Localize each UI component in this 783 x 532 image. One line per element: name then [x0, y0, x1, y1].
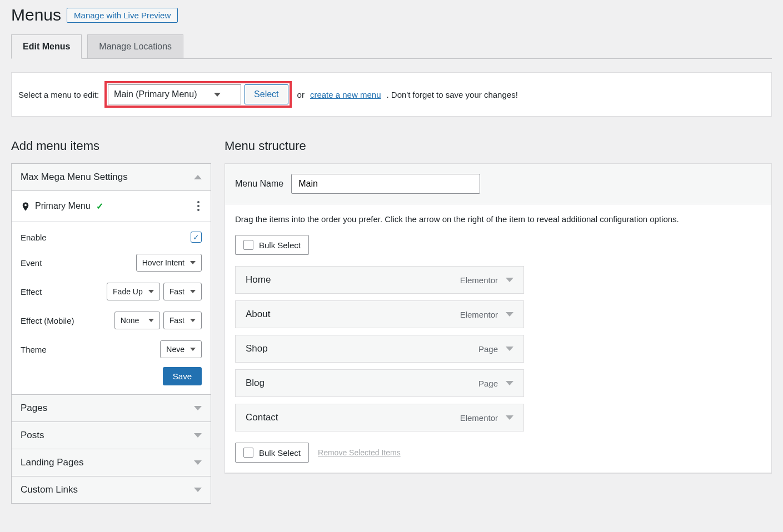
caret-down-icon[interactable]: [506, 278, 513, 282]
caret-down-icon: [194, 488, 202, 492]
menu-item[interactable]: About Elementor: [235, 300, 524, 328]
theme-value: Neve: [166, 345, 184, 354]
effect-speed-value: Fast: [169, 287, 184, 296]
mega-menu-settings-label: Max Mega Menu Settings: [21, 172, 128, 183]
effect-value: Fade Up: [113, 287, 143, 296]
menu-item-type: Page: [478, 379, 498, 388]
caret-down-icon[interactable]: [506, 347, 513, 351]
menu-select-bar: Select a menu to edit: Main (Primary Men…: [11, 72, 772, 117]
check-icon: ✓: [96, 201, 103, 212]
tab-manage-locations[interactable]: Manage Locations: [87, 34, 183, 58]
caret-up-icon: [194, 175, 202, 179]
page-title: Menus: [11, 6, 61, 24]
mega-menu-settings-panel: Max Mega Menu Settings Primary Menu ✓: [11, 163, 211, 395]
event-label: Event: [21, 258, 42, 268]
caret-down-icon[interactable]: [506, 415, 513, 420]
highlight-box: Main (Primary Menu) Select: [104, 81, 291, 108]
bulk-select-top-button[interactable]: Bulk Select: [235, 235, 309, 255]
or-text: or: [297, 90, 305, 99]
select-bar-suffix: . Don't forget to save your changes!: [386, 90, 517, 99]
custom-links-label: Custom Links: [21, 484, 78, 495]
caret-down-icon[interactable]: [506, 312, 513, 317]
menu-item-title: About: [246, 309, 270, 320]
menu-select-value: Main (Primary Menu): [114, 89, 197, 99]
menu-item-title: Contact: [246, 412, 278, 423]
menu-item-type: Page: [478, 344, 498, 354]
effect-select[interactable]: Fade Up: [107, 283, 160, 300]
posts-panel-header[interactable]: Posts: [12, 422, 211, 449]
kebab-menu-icon[interactable]: [195, 199, 202, 213]
pages-panel-header[interactable]: Pages: [12, 395, 211, 421]
landing-pages-panel-header[interactable]: Landing Pages: [12, 449, 211, 476]
select-button[interactable]: Select: [245, 84, 288, 104]
menu-item-type: Elementor: [460, 275, 498, 285]
tab-edit-menus[interactable]: Edit Menus: [11, 34, 82, 59]
menu-items-list: Home Elementor About Elementor: [235, 266, 761, 431]
effect-mobile-label: Effect (Mobile): [21, 316, 74, 325]
enable-label: Enable: [21, 233, 47, 242]
chevron-down-icon: [190, 319, 196, 322]
save-button[interactable]: Save: [163, 367, 202, 385]
effect-mobile-value: None: [121, 316, 139, 325]
menu-item-title: Home: [246, 274, 271, 285]
primary-menu-label: Primary Menu: [35, 201, 91, 211]
tab-bar: Edit Menus Manage Locations: [11, 34, 772, 59]
caret-down-icon: [194, 406, 202, 410]
menu-item[interactable]: Home Elementor: [235, 266, 524, 294]
menu-item-type: Elementor: [460, 310, 498, 319]
effect-mobile-speed-value: Fast: [169, 316, 184, 325]
chevron-down-icon: [148, 290, 154, 293]
menu-name-input[interactable]: [291, 174, 480, 194]
add-menu-items-title: Add menu items: [11, 139, 211, 153]
effect-label: Effect: [21, 287, 42, 297]
chevron-down-icon: [190, 348, 196, 351]
event-select[interactable]: Hover Intent: [136, 254, 202, 272]
create-new-menu-link[interactable]: create a new menu: [310, 90, 381, 99]
theme-label: Theme: [21, 345, 47, 354]
pages-label: Pages: [21, 403, 47, 414]
menu-item-title: Shop: [246, 343, 268, 354]
bulk-select-bottom-button[interactable]: Bulk Select: [235, 443, 309, 463]
chevron-down-icon: [190, 261, 196, 264]
menu-item[interactable]: Contact Elementor: [235, 404, 524, 431]
caret-down-icon: [194, 433, 202, 438]
manage-live-preview-button[interactable]: Manage with Live Preview: [67, 8, 178, 23]
menu-item-type: Elementor: [460, 413, 498, 423]
menu-name-label: Menu Name: [235, 179, 283, 189]
chevron-down-icon: [148, 319, 154, 322]
menu-structure-title: Menu structure: [225, 139, 772, 153]
bulk-select-bottom-label: Bulk Select: [259, 448, 301, 458]
menu-select-dropdown[interactable]: Main (Primary Menu): [108, 84, 241, 104]
custom-links-panel-header[interactable]: Custom Links: [12, 476, 211, 503]
enable-checkbox[interactable]: ✓: [191, 232, 202, 243]
caret-down-icon: [194, 460, 202, 465]
effect-mobile-speed-select[interactable]: Fast: [163, 312, 202, 329]
checkbox-empty-icon: [243, 240, 253, 250]
event-value: Hover Intent: [142, 258, 184, 267]
menu-item-title: Blog: [246, 378, 265, 389]
checkbox-empty-icon: [243, 448, 253, 458]
bulk-select-top-label: Bulk Select: [259, 240, 301, 250]
remove-selected-link: Remove Selected Items: [318, 448, 401, 457]
effect-mobile-select[interactable]: None: [114, 312, 160, 329]
posts-label: Posts: [21, 430, 44, 441]
mega-menu-settings-header[interactable]: Max Mega Menu Settings: [12, 164, 211, 191]
caret-down-icon[interactable]: [506, 381, 513, 385]
effect-speed-select[interactable]: Fast: [163, 283, 202, 300]
chevron-down-icon: [214, 93, 221, 97]
chevron-down-icon: [190, 290, 196, 293]
structure-help-text: Drag the items into the order you prefer…: [235, 214, 761, 224]
location-icon: [21, 202, 29, 210]
menu-structure-panel: Menu Name Drag the items into the order …: [225, 163, 772, 474]
select-menu-label: Select a menu to edit:: [18, 90, 99, 99]
theme-select[interactable]: Neve: [160, 340, 202, 358]
menu-item[interactable]: Blog Page: [235, 369, 524, 397]
menu-item[interactable]: Shop Page: [235, 335, 524, 363]
landing-label: Landing Pages: [21, 457, 83, 468]
